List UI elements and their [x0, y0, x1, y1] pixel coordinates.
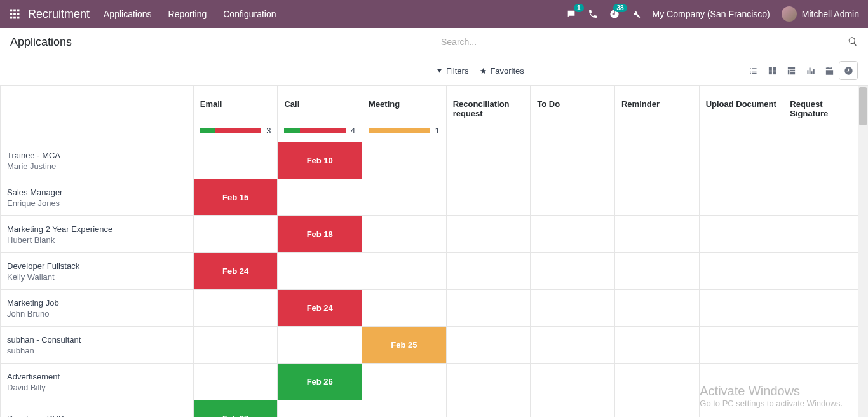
cell-meeting[interactable] [362, 179, 447, 216]
cell-reminder[interactable] [614, 179, 699, 216]
cell-reconciliation[interactable] [446, 142, 531, 179]
cell-signature[interactable] [783, 290, 868, 327]
cell-signature[interactable] [783, 179, 868, 216]
cell-signature[interactable] [783, 400, 868, 418]
favorites-button[interactable]: Favorites [480, 66, 524, 76]
cell-call[interactable]: Feb 10 [278, 142, 362, 179]
scrollbar[interactable] [858, 86, 868, 417]
cell-signature[interactable] [783, 216, 868, 253]
user-menu[interactable]: Mitchell Admin [782, 6, 859, 22]
cell-reconciliation[interactable] [446, 179, 531, 216]
view-calendar-button[interactable] [820, 61, 839, 80]
cell-upload[interactable] [699, 142, 783, 179]
nav-reporting[interactable]: Reporting [168, 9, 207, 19]
cell-meeting[interactable] [362, 400, 447, 418]
phone-button[interactable] [588, 9, 598, 19]
row-header[interactable]: Sales ManagerEnrique Jones [1, 179, 194, 216]
cell-meeting[interactable] [362, 142, 447, 179]
cell-email[interactable] [193, 290, 278, 327]
view-pivot-button[interactable] [782, 61, 801, 80]
cell-email[interactable] [193, 327, 278, 364]
cell-call[interactable] [278, 400, 362, 418]
cell-todo[interactable] [531, 142, 615, 179]
cell-reconciliation[interactable] [446, 364, 531, 400]
cell-call[interactable] [278, 253, 362, 290]
column-header-upload[interactable]: Upload Document [699, 86, 783, 142]
debug-button[interactable] [631, 9, 641, 19]
cell-reconciliation[interactable] [446, 327, 531, 364]
cell-meeting[interactable] [362, 216, 447, 253]
cell-reminder[interactable] [614, 290, 699, 327]
cell-email[interactable] [193, 216, 278, 253]
cell-reconciliation[interactable] [446, 290, 531, 327]
column-header-call[interactable]: Call4 [278, 86, 362, 142]
cell-signature[interactable] [783, 364, 868, 400]
cell-upload[interactable] [699, 364, 783, 400]
row-header[interactable]: Developer FullstackKelly Wallant [1, 253, 194, 290]
cell-reconciliation[interactable] [446, 216, 531, 253]
row-header[interactable]: Marketing 2 Year ExperienceHubert Blank [1, 216, 194, 253]
view-list-button[interactable] [743, 61, 763, 80]
view-graph-button[interactable] [801, 61, 820, 80]
cell-upload[interactable] [699, 253, 783, 290]
cell-todo[interactable] [531, 253, 615, 290]
cell-call[interactable] [278, 327, 362, 364]
cell-call[interactable]: Feb 26 [278, 364, 362, 400]
cell-email[interactable]: Feb 24 [193, 253, 278, 290]
cell-todo[interactable] [531, 364, 615, 400]
cell-call[interactable] [278, 179, 362, 216]
row-header[interactable]: Trainee - MCAMarie Justine [1, 142, 194, 179]
cell-reminder[interactable] [614, 216, 699, 253]
cell-meeting[interactable] [362, 364, 447, 400]
cell-todo[interactable] [531, 216, 615, 253]
view-activity-button[interactable] [839, 61, 858, 80]
cell-upload[interactable] [699, 179, 783, 216]
search-input[interactable] [438, 33, 848, 51]
row-header[interactable]: AdvertisementDavid Billy [1, 364, 194, 400]
search-button[interactable] [848, 36, 858, 48]
cell-reminder[interactable] [614, 364, 699, 400]
cell-reconciliation[interactable] [446, 400, 531, 418]
filters-button[interactable]: Filters [436, 66, 468, 76]
cell-todo[interactable] [531, 400, 615, 418]
apps-menu-button[interactable] [9, 8, 20, 20]
cell-reconciliation[interactable] [446, 253, 531, 290]
cell-email[interactable]: Feb 15 [193, 179, 278, 216]
row-header[interactable]: subhan - Consultantsubhan [1, 327, 194, 364]
cell-todo[interactable] [531, 327, 615, 364]
cell-email[interactable] [193, 142, 278, 179]
column-header-email[interactable]: Email3 [193, 86, 278, 142]
cell-todo[interactable] [531, 290, 615, 327]
cell-call[interactable]: Feb 18 [278, 216, 362, 253]
column-header-reconciliation[interactable]: Reconciliation request [446, 86, 531, 142]
messaging-button[interactable]: 1 [566, 9, 576, 19]
cell-reminder[interactable] [614, 327, 699, 364]
cell-signature[interactable] [783, 253, 868, 290]
cell-upload[interactable] [699, 290, 783, 327]
column-header-signature[interactable]: Request Signature [783, 86, 868, 142]
column-header-todo[interactable]: To Do [531, 86, 615, 142]
company-selector[interactable]: My Company (San Francisco) [653, 9, 770, 19]
nav-configuration[interactable]: Configuration [223, 9, 276, 19]
column-header-meeting[interactable]: Meeting1 [362, 86, 447, 142]
cell-reminder[interactable] [614, 400, 699, 418]
cell-signature[interactable] [783, 327, 868, 364]
activities-button[interactable]: 38 [609, 9, 620, 19]
cell-reminder[interactable] [614, 142, 699, 179]
view-kanban-button[interactable] [763, 61, 782, 80]
cell-upload[interactable] [699, 327, 783, 364]
cell-meeting[interactable] [362, 290, 447, 327]
cell-meeting[interactable]: Feb 25 [362, 327, 447, 364]
cell-upload[interactable] [699, 216, 783, 253]
column-header-reminder[interactable]: Reminder [614, 86, 699, 142]
cell-upload[interactable] [699, 400, 783, 418]
scrollbar-thumb[interactable] [859, 87, 867, 125]
app-title[interactable]: Recruitment [28, 8, 90, 21]
cell-todo[interactable] [531, 179, 615, 216]
nav-applications[interactable]: Applications [104, 9, 152, 19]
cell-email[interactable]: Feb 27 [193, 400, 278, 418]
row-header[interactable]: Marketing JobJohn Bruno [1, 290, 194, 327]
cell-email[interactable] [193, 364, 278, 400]
cell-call[interactable]: Feb 24 [278, 290, 362, 327]
row-header[interactable]: Developer PHP [1, 400, 194, 418]
